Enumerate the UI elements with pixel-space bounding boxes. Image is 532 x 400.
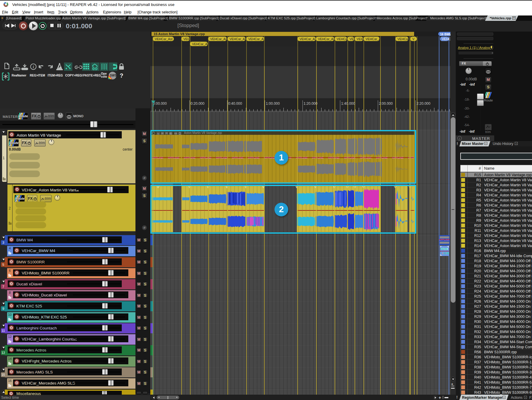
svg-text:N: N <box>157 132 159 135</box>
svg-text:i: i <box>33 65 34 69</box>
